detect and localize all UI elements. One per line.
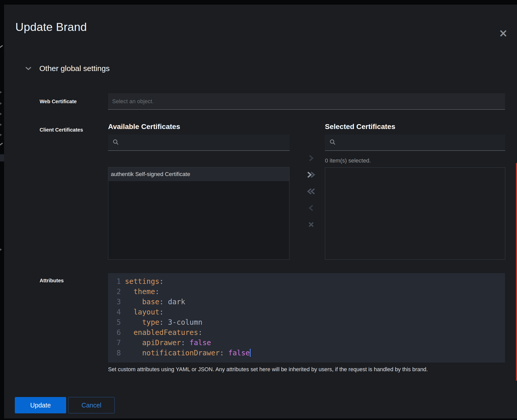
sidebar-check-fragment-icon — [0, 44, 4, 51]
section-toggle-other-global-settings[interactable]: Other global settings — [25, 63, 110, 74]
search-icon — [330, 139, 336, 146]
search-icon — [113, 139, 119, 146]
code-line: 5 type: 3-column — [108, 317, 505, 328]
available-certificates-search[interactable] — [108, 135, 290, 151]
code-line: 7 apiDrawer: false — [108, 338, 505, 348]
web-certificate-label: Web Certificate — [40, 99, 109, 104]
angle-right-icon — [308, 154, 314, 162]
sidebar-chevron-fragment-icon — [0, 90, 2, 95]
angle-double-left-icon — [307, 188, 315, 195]
code-line: 4 layout: — [108, 307, 505, 317]
code-line: 6 enabledFeatures: — [108, 328, 505, 338]
sidebar-check-fragment-icon — [0, 142, 4, 148]
sidebar-chevron-fragment-icon — [0, 122, 2, 127]
close-icon — [308, 221, 315, 228]
web-certificate-input[interactable] — [108, 93, 505, 110]
attributes-label: Attributes — [40, 278, 109, 284]
sidebar-chevron-fragment-icon — [0, 133, 2, 137]
selected-certificates-search[interactable] — [325, 135, 505, 151]
selected-search-input[interactable] — [339, 135, 505, 150]
angle-left-icon — [308, 204, 314, 212]
move-selected-right-button[interactable] — [306, 153, 316, 163]
move-all-right-button[interactable] — [306, 170, 316, 180]
sidebar-highlight-fragment — [0, 154, 4, 161]
clear-selection-button[interactable] — [306, 219, 316, 230]
update-brand-modal: Update Brand × Other global settings Web… — [4, 5, 517, 418]
list-item-certificate[interactable]: authentik Self-signed Certificate — [108, 167, 289, 181]
code-line: 1 settings: — [108, 276, 505, 287]
update-brand-screen: Update Brand × Other global settings Web… — [0, 0, 517, 420]
page-background-bottom — [0, 418, 517, 420]
available-certificates-list: authentik Self-signed Certificate — [108, 167, 289, 260]
update-button[interactable]: Update — [15, 397, 66, 413]
dual-list-transfer-controls — [302, 153, 320, 230]
available-search-input[interactable] — [122, 135, 290, 150]
sidebar-chevron-fragment-icon — [0, 101, 2, 106]
client-certificates-label: Client Certificates — [40, 127, 109, 133]
close-icon[interactable]: × — [496, 26, 510, 40]
page-background-top — [0, 0, 517, 5]
sidebar-chevron-fragment-icon — [0, 112, 2, 116]
page-background-sidebar-sliver — [0, 0, 4, 420]
selected-certificates-header: Selected Certificates — [325, 123, 395, 131]
move-selected-left-button[interactable] — [306, 203, 316, 213]
code-line: 3 base: dark — [108, 297, 505, 307]
move-all-left-button[interactable] — [306, 186, 316, 196]
sidebar-chevron-fragment-icon — [0, 247, 2, 252]
section-label: Other global settings — [39, 64, 110, 73]
chevron-down-icon — [25, 66, 32, 71]
selected-count-status: 0 item(s) selected. — [325, 157, 371, 164]
cancel-button[interactable]: Cancel — [68, 397, 115, 413]
attributes-help-text: Set custom attributes using YAML or JSON… — [108, 366, 507, 373]
code-line: 8 notificationDrawer: false — [108, 348, 505, 358]
angle-double-right-icon — [307, 171, 315, 179]
modal-title: Update Brand — [15, 20, 87, 34]
text-cursor — [250, 349, 251, 357]
selected-certificates-list — [325, 167, 505, 260]
attributes-code-editor[interactable]: 1 settings: 2 theme: 3 base: dark 4 layo… — [108, 273, 505, 363]
background-red-edge — [516, 163, 517, 381]
available-certificates-header: Available Certificates — [108, 123, 180, 131]
code-line: 2 theme: — [108, 287, 505, 297]
